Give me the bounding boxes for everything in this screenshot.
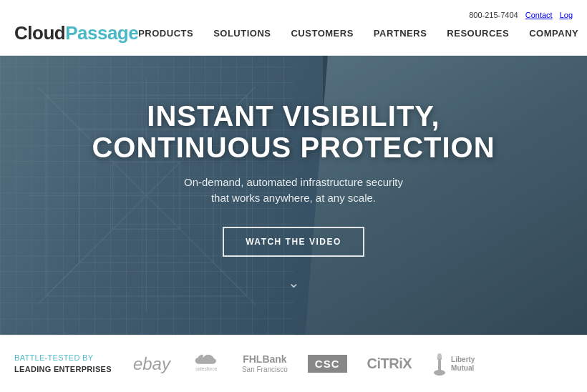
hero-title: INSTANT VISIBILITY, CONTINUOUS PROTECTIO… (92, 100, 495, 163)
csc-logo: CSC (308, 351, 347, 377)
hero-content: INSTANT VISIBILITY, CONTINUOUS PROTECTIO… (0, 56, 587, 335)
fhlbank-logo: FHLBank San Francisco (242, 351, 288, 377)
svg-point-14 (437, 353, 442, 359)
hero-title-line2: CONTINUOUS PROTECTION (92, 132, 495, 163)
client-logos-bar: BATTLE-TESTED BY LEADING ENTERPRISES eba… (0, 335, 587, 392)
ebay-logo-text: ebay (133, 354, 170, 374)
nav-products[interactable]: PRODUCTS (138, 28, 193, 39)
citrix-logo: CiTRiX (367, 351, 412, 377)
scroll-down-indicator[interactable]: ⌄ (288, 274, 300, 291)
nav-customers[interactable]: CUSTOMERS (291, 28, 353, 39)
liberty-mutual-text: Liberty Mutual (451, 356, 475, 373)
client-logos-container: ebay salesforce FHLBank San Francisco CS… (133, 351, 573, 377)
site-logo[interactable]: CloudPassage (14, 22, 138, 44)
nav-partners[interactable]: PARTNERS (374, 28, 427, 39)
ebay-logo: ebay (133, 351, 170, 377)
fhlbank-logo-text: FHLBank San Francisco (242, 353, 288, 374)
nav-resources[interactable]: RESOURCES (447, 28, 509, 39)
svg-rect-13 (438, 360, 441, 373)
hero-subtitle: On-demand, automated infrastructure secu… (184, 175, 403, 207)
liberty-torch-icon (432, 353, 447, 376)
hero-title-line1: INSTANT VISIBILITY, (147, 100, 440, 132)
salesforce-logo: salesforce (190, 351, 222, 377)
login-link[interactable]: Log (560, 11, 573, 19)
logo-passage-text: Passage (65, 22, 138, 44)
hero-section: INSTANT VISIBILITY, CONTINUOUS PROTECTIO… (0, 56, 587, 335)
nav-solutions[interactable]: SOLUTIONS (213, 28, 271, 39)
phone-number: 800-215-7404 (469, 11, 518, 19)
contact-link[interactable]: Contact (525, 11, 553, 19)
battle-tested-label: BATTLE-TESTED BY LEADING ENTERPRISES (14, 353, 112, 375)
liberty-mutual-logo: Liberty Mutual (432, 351, 475, 377)
hero-cta-button[interactable]: WATCH THE VIDEO (223, 227, 364, 257)
hero-subtitle-line2: that works anywhere, at any scale. (211, 192, 376, 204)
citrix-logo-text: CiTRiX (367, 356, 412, 372)
main-navigation: PRODUCTS SOLUTIONS CUSTOMERS PARTNERS RE… (138, 28, 578, 39)
nav-company[interactable]: COMPANY (529, 28, 578, 39)
battle-tested-line1: BATTLE-TESTED BY (14, 353, 112, 363)
battle-tested-line2: LEADING ENTERPRISES (14, 364, 112, 375)
logo-cloud-text: Cloud (14, 22, 65, 44)
site-header: 800-215-7404 Contact Log CloudPassage PR… (0, 0, 587, 56)
hero-subtitle-line1: On-demand, automated infrastructure secu… (184, 176, 403, 188)
top-utility-bar: 800-215-7404 Contact Log (14, 11, 573, 22)
salesforce-cloud-icon: salesforce (190, 354, 222, 374)
csc-logo-text: CSC (308, 355, 347, 373)
header-bottom: CloudPassage PRODUCTS SOLUTIONS CUSTOMER… (14, 22, 573, 44)
svg-text:salesforce: salesforce (195, 366, 217, 371)
